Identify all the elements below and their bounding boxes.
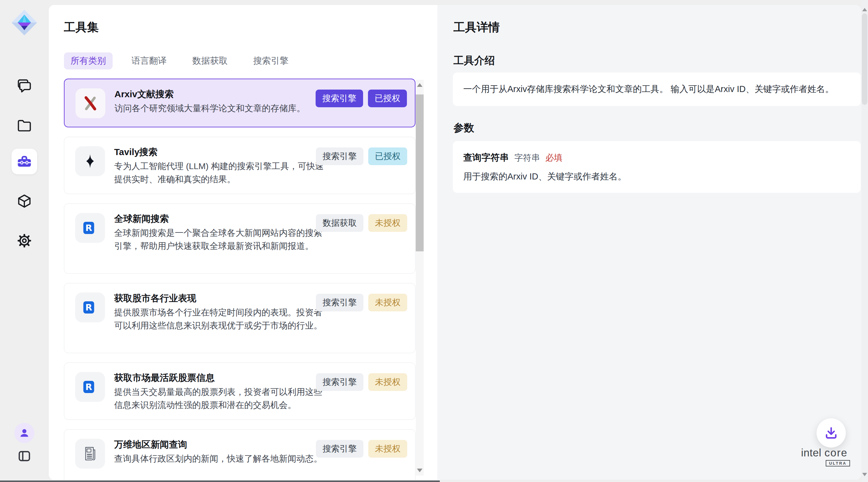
window-bottom-edge — [0, 480, 440, 482]
tool-status-badge: 已授权 — [368, 147, 407, 165]
svg-text:R: R — [85, 302, 92, 313]
download-button[interactable] — [816, 418, 846, 448]
page-scrollbar[interactable] — [861, 0, 868, 482]
diamond-logo-icon — [10, 8, 38, 36]
tool-card-local-news[interactable]: 万维地区新闻查询 查询具体行政区划内的新闻，快速了解各地新闻动态。 搜索引擎 未… — [64, 429, 415, 480]
tool-category-badge: 搜索引擎 — [316, 294, 363, 311]
screen: 工具集 所有类别 语言翻译 数据获取 搜索引擎 A — [0, 0, 868, 482]
sidebar-item-models[interactable] — [11, 188, 37, 214]
r-logo-icon: R — [75, 213, 105, 243]
toolbox-icon — [16, 153, 33, 170]
app-window: 工具集 所有类别 语言翻译 数据获取 搜索引擎 A — [49, 5, 861, 480]
tool-title: Arxiv文献搜索 — [115, 88, 305, 100]
tool-description: 提供股票市场各个行业在特定时间段内的表现。投资者可以利用这些信息来识别表现优于或… — [114, 306, 329, 332]
tool-title: 获取股市各行业表现 — [114, 292, 329, 304]
tab-data-fetch[interactable]: 数据获取 — [186, 52, 234, 69]
tool-status-badge: 未授权 — [368, 440, 407, 458]
tool-status-badge: 未授权 — [368, 373, 407, 391]
page-scrollbar-thumb[interactable] — [862, 13, 867, 105]
tool-description: 访问各个研究领域大量科学论文和文章的存储库。 — [115, 102, 305, 115]
sidebar-item-tools[interactable] — [11, 149, 37, 174]
tool-list-scrollbar-thumb[interactable] — [416, 94, 424, 251]
tool-card-tavily[interactable]: Tavily搜索 专为人工智能代理 (LLM) 构建的搜索引擎工具，可快速提供实… — [64, 137, 415, 194]
tool-details-panel: 工具详情 工具介绍 一个用于从Arxiv存储库搜索科学论文和文章的工具。 输入可… — [437, 5, 861, 480]
params-heading: 参数 — [454, 121, 474, 135]
tool-description: 专为人工智能代理 (LLM) 构建的搜索引擎工具，可快速提供实时、准确和真实的结… — [114, 160, 329, 186]
tab-all-categories[interactable]: 所有类别 — [64, 52, 113, 69]
sidebar-item-chat[interactable] — [11, 73, 37, 99]
newspaper-icon — [75, 439, 105, 469]
tool-category-badge: 搜索引擎 — [316, 440, 363, 458]
sidebar-collapse-toggle[interactable] — [14, 446, 35, 467]
tab-search-engine[interactable]: 搜索引擎 — [247, 52, 295, 69]
tool-card-global-news[interactable]: R 全球新闻搜索 全球新闻搜索是一个聚合全球各大新闻网站内容的搜索引擎，帮助用户… — [64, 203, 415, 274]
download-icon — [823, 425, 839, 441]
tool-title: Tavily搜索 — [114, 146, 329, 158]
tool-list-scrollbar[interactable] — [416, 80, 424, 476]
details-title: 工具详情 — [454, 20, 500, 35]
tool-title: 获取市场最活跃股票信息 — [114, 372, 329, 384]
intro-card: 一个用于从Arxiv存储库搜索科学论文和文章的工具。 输入可以是Arxiv ID… — [453, 73, 861, 106]
tool-status-badge: 未授权 — [368, 214, 407, 232]
tool-card-arxiv[interactable]: Arxiv文献搜索 访问各个研究领域大量科学论文和文章的存储库。 搜索引擎 已授… — [64, 79, 415, 127]
param-type: 字符串 — [514, 152, 540, 164]
tool-status-badge: 已授权 — [368, 90, 407, 107]
tool-category-badge: 搜索引擎 — [316, 147, 363, 165]
user-avatar[interactable] — [14, 423, 34, 443]
tool-card-active-stocks[interactable]: R 获取市场最活跃股票信息 提供当天交易量最高的股票列表，投资者可以利用这些信息… — [64, 363, 415, 420]
tool-description: 查询具体行政区划内的新闻，快速了解各地新闻动态。 — [114, 452, 322, 465]
param-required-flag: 必填 — [546, 152, 562, 164]
param-card: 查询字符串 字符串 必填 用于搜索的Arxiv ID、关键字或作者姓名。 — [453, 141, 861, 193]
tab-translation[interactable]: 语言翻译 — [125, 52, 174, 69]
r-logo-icon: R — [75, 372, 105, 402]
tool-card-sector-performance[interactable]: R 获取股市各行业表现 提供股票市场各个行业在特定时间段内的表现。投资者可以利用… — [64, 283, 415, 353]
sparkle-icon — [75, 146, 105, 176]
intel-core-logo: intel core ULTRA — [801, 447, 850, 459]
ultra-badge: ULTRA — [826, 460, 850, 466]
intro-text: 一个用于从Arxiv存储库搜索科学论文和文章的工具。 输入可以是Arxiv ID… — [463, 83, 834, 95]
tool-card-list: Arxiv文献搜索 访问各个研究领域大量科学论文和文章的存储库。 搜索引擎 已授… — [64, 79, 415, 480]
intel-wordmark: intel — [801, 447, 822, 458]
panel-toggle-icon — [17, 449, 32, 464]
category-tabs: 所有类别 语言翻译 数据获取 搜索引擎 — [64, 52, 295, 69]
tool-title: 全球新闻搜索 — [114, 213, 329, 225]
page-scroll-up-icon[interactable] — [861, 5, 868, 14]
tool-status-badge: 未授权 — [368, 294, 407, 311]
tool-title: 万维地区新闻查询 — [114, 439, 322, 450]
core-wordmark: core — [825, 447, 847, 458]
svg-text:R: R — [85, 382, 92, 392]
param-description: 用于搜索的Arxiv ID、关键字或作者姓名。 — [463, 171, 850, 183]
svg-text:R: R — [85, 223, 92, 233]
cube-icon — [17, 193, 32, 209]
left-sidebar — [0, 0, 49, 482]
app-diamond-logo — [10, 8, 39, 37]
arxiv-logo-icon — [75, 88, 105, 118]
sidebar-item-files[interactable] — [11, 113, 37, 138]
scroll-up-icon[interactable] — [416, 80, 424, 90]
param-name: 查询字符串 — [463, 151, 509, 164]
tool-category-badge: 搜索引擎 — [316, 90, 363, 107]
tool-category-badge: 数据获取 — [316, 214, 363, 232]
tool-category-badge: 搜索引擎 — [316, 373, 363, 391]
tool-description: 提供当天交易量最高的股票列表，投资者可以利用这些信息来识别流动性强的股票和潜在的… — [114, 386, 329, 412]
person-icon — [18, 427, 30, 439]
scroll-down-icon[interactable] — [416, 466, 424, 475]
tools-panel: 工具集 所有类别 语言翻译 数据获取 搜索引擎 A — [49, 5, 437, 480]
chat-icon — [17, 78, 32, 94]
folder-icon — [17, 118, 32, 134]
tool-description: 全球新闻搜索是一个聚合全球各大新闻网站内容的搜索引擎，帮助用户快速获取全球最新资… — [114, 226, 329, 253]
r-logo-icon: R — [75, 292, 105, 322]
sidebar-item-settings[interactable] — [11, 228, 37, 254]
page-scroll-down-icon[interactable] — [861, 470, 868, 479]
intro-heading: 工具介绍 — [454, 54, 495, 68]
gear-icon — [17, 233, 32, 249]
tools-panel-title: 工具集 — [64, 20, 99, 35]
